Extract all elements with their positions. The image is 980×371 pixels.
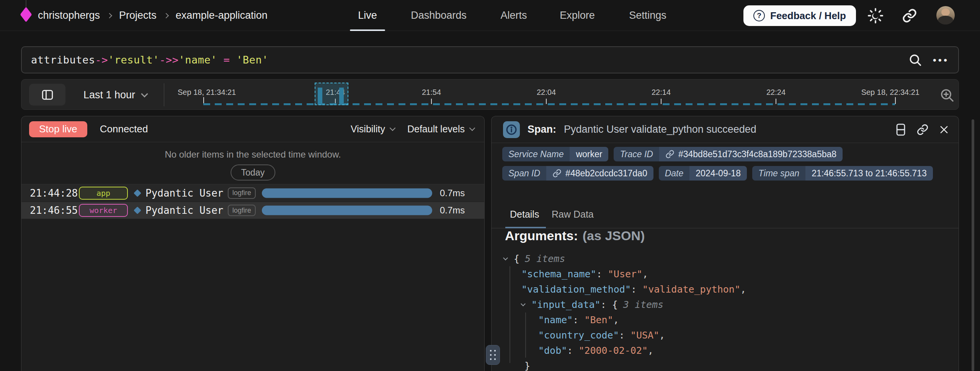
tab-details[interactable]: Details — [510, 209, 539, 220]
log-row-time: 21:46:55 — [30, 205, 78, 216]
info-icon — [506, 124, 517, 135]
split-view-button[interactable] — [895, 123, 906, 136]
log-row[interactable]: 21:44:28 app Pydantic User logfire 0.7ms — [21, 184, 484, 202]
top-navigation: christophergs Projects example-applicati… — [0, 0, 980, 31]
query-token-string: 'result' — [108, 54, 159, 66]
tick-mark — [895, 97, 896, 104]
collapse-chevron-icon[interactable] — [521, 304, 531, 306]
tab-raw-data[interactable]: Raw Data — [552, 209, 594, 220]
json-line: } — [492, 358, 959, 371]
empty-state-message: No older items in the selected time wind… — [21, 149, 484, 160]
tab-explore[interactable]: Explore — [560, 0, 595, 31]
zoom-in-icon — [939, 88, 955, 103]
timebar-divider — [164, 83, 164, 106]
arguments-heading: Arguments:(as JSON) — [505, 228, 645, 243]
json-tree: {5 items "schema_name": "User", "validat… — [492, 251, 959, 371]
timeline-zoom-button[interactable] — [939, 88, 955, 103]
json-key: "schema_name" — [521, 268, 596, 280]
query-token-operator: ->> — [159, 54, 178, 66]
arguments-suffix: (as JSON) — [583, 228, 645, 243]
query-more-menu[interactable]: ••• — [933, 55, 949, 65]
json-line: "schema_name": "User", — [492, 266, 959, 282]
query-token-operator: = — [217, 54, 236, 66]
user-avatar[interactable] — [936, 6, 955, 24]
close-panel-button[interactable] — [939, 124, 949, 135]
item-count-note: 3 items — [623, 299, 663, 310]
breadcrumb-project-name[interactable]: example-application — [176, 10, 268, 21]
duration-bar — [262, 188, 432, 198]
item-count-note: 5 items — [525, 253, 565, 264]
span-title: Pydantic User validate_python succeeded — [564, 124, 887, 135]
query-token-string: 'name' — [178, 54, 217, 66]
indent-guide — [510, 266, 510, 363]
link-icon — [552, 169, 562, 178]
sidebar-toggle-button[interactable] — [29, 84, 65, 106]
visibility-dropdown[interactable]: Visibility — [351, 124, 395, 135]
span-id-badge[interactable]: Span ID #48eb2cdcdc317da0 — [502, 166, 653, 181]
close-icon — [939, 124, 949, 135]
grip-dots-icon — [490, 350, 496, 360]
panel-left-icon — [41, 88, 54, 101]
json-key: "input_data" — [531, 299, 601, 310]
json-line: "country_code": "USA", — [492, 327, 959, 343]
theme-toggle-button[interactable] — [866, 7, 885, 25]
timeline-track[interactable] — [203, 103, 895, 105]
histogram-bar — [318, 88, 322, 104]
json-key: "dob" — [538, 345, 567, 356]
span-diamond-icon — [134, 207, 141, 214]
default-levels-dropdown[interactable]: Default levels — [407, 124, 474, 135]
badge-label: Time span — [752, 166, 805, 181]
duration-label: 0.7ms — [440, 205, 465, 216]
active-tab-underline — [350, 29, 385, 31]
query-token-operator: -> — [95, 54, 108, 66]
log-row-name: Pydantic User — [145, 187, 224, 199]
avatar-head — [941, 8, 950, 16]
tab-alerts[interactable]: Alerts — [500, 0, 527, 31]
tab-dashboards[interactable]: Dashboards — [411, 0, 467, 31]
json-key: "country_code" — [538, 330, 619, 341]
badge-label: Date — [659, 166, 690, 181]
collapse-chevron-icon[interactable] — [504, 258, 514, 260]
tick-label: 22:04 — [537, 88, 556, 97]
time-range-dropdown[interactable]: Last 1 hour — [83, 80, 147, 110]
live-view-header: Stop live Connected Visibility Default l… — [21, 116, 484, 142]
log-row-time: 21:44:28 — [30, 187, 78, 199]
today-chip[interactable]: Today — [230, 164, 275, 181]
breadcrumb-projects[interactable]: Projects — [119, 10, 157, 21]
query-bar[interactable]: attributes->'result'->>'name' = 'Ben' ••… — [21, 46, 959, 73]
copy-span-link-button[interactable] — [916, 124, 929, 136]
vertical-scrollbar[interactable] — [972, 119, 974, 371]
info-badge — [503, 121, 520, 138]
badge-value: worker — [570, 147, 608, 161]
tab-live[interactable]: Live — [358, 0, 377, 31]
service-tag-badge: app — [79, 187, 128, 200]
query-token-identifier: attributes — [31, 54, 95, 66]
indent-guide — [525, 312, 526, 358]
breadcrumb: christophergs Projects example-applicati… — [38, 0, 268, 31]
time-range-label: Last 1 hour — [83, 89, 135, 101]
trace-id-badge[interactable]: Trace ID #34bd8e51d73c3f4c8a189b72338a5b… — [614, 147, 843, 161]
trace-id-value: #34bd8e51d73c3f4c8a189b72338a5ba8 — [678, 149, 836, 159]
live-view-panel: Stop live Connected Visibility Default l… — [21, 116, 485, 371]
span-meta-badges-row-2: Span ID #48eb2cdcdc317da0 Date 2024-09-1… — [502, 166, 933, 181]
timeline-selection[interactable] — [315, 83, 348, 105]
copy-link-button[interactable] — [900, 7, 919, 25]
query-input[interactable]: attributes->'result'->>'name' = 'Ben' — [31, 54, 908, 66]
search-icon[interactable] — [908, 53, 922, 67]
chevron-down-icon — [390, 125, 396, 131]
logfire-logo-icon[interactable] — [20, 7, 32, 22]
log-row-selected[interactable]: 21:46:55 worker Pydantic User logfire 0.… — [21, 202, 484, 219]
json-value: "Ben" — [584, 314, 613, 325]
avatar-body — [938, 16, 953, 24]
chevron-right-icon — [107, 13, 112, 18]
tab-settings[interactable]: Settings — [629, 0, 666, 31]
log-list: 21:44:28 app Pydantic User logfire 0.7ms… — [21, 184, 484, 219]
stop-live-button[interactable]: Stop live — [29, 121, 87, 137]
panel-resize-handle[interactable] — [486, 345, 500, 365]
json-value: "validate_python" — [642, 284, 740, 295]
breadcrumb-account[interactable]: christophergs — [38, 10, 100, 21]
link-icon — [665, 150, 675, 159]
detail-tabs: Details Raw Data — [492, 203, 959, 228]
sun-moon-icon — [867, 7, 884, 24]
feedback-help-button[interactable]: ? Feedback / Help — [743, 5, 856, 26]
